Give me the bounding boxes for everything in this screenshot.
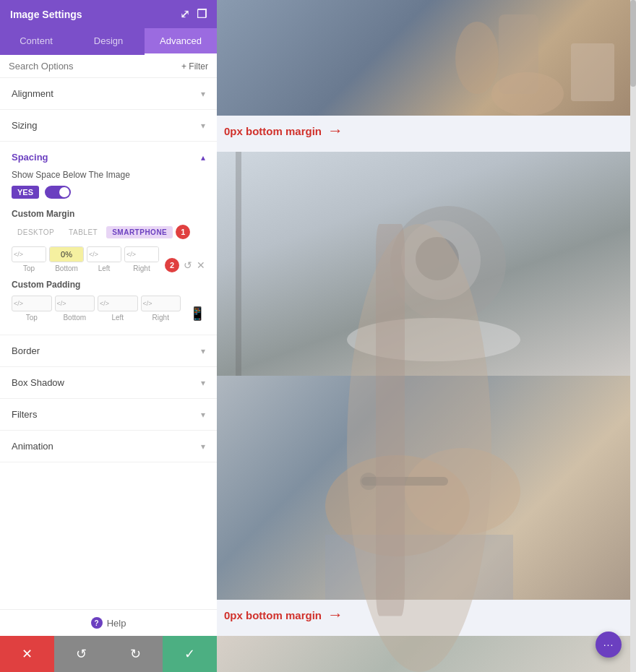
margin-right-wrapper: </> bbox=[124, 246, 159, 262]
padding-left-wrapper: </> bbox=[98, 296, 138, 311]
sizing-arrow: ▾ bbox=[201, 121, 205, 131]
search-bar: + Filter bbox=[0, 55, 217, 78]
link-icon-top: </> bbox=[12, 251, 25, 258]
animation-arrow: ▾ bbox=[201, 441, 205, 452]
cancel-button[interactable]: ✕ bbox=[0, 636, 54, 672]
help-icon: ? bbox=[91, 617, 103, 629]
search-input[interactable] bbox=[9, 61, 176, 72]
toggle-row: YES bbox=[12, 186, 205, 199]
panel-tabs: Content Design Advanced bbox=[0, 28, 217, 55]
link-icon-pad-top: </> bbox=[12, 300, 25, 307]
margin-top-group: </> Top bbox=[12, 246, 46, 272]
margin-bottom-wrapper bbox=[49, 246, 84, 262]
link-icon-pad-right: </> bbox=[142, 300, 154, 307]
padding-left-label: Left bbox=[111, 314, 124, 322]
image-4[interactable] bbox=[217, 636, 636, 672]
padding-right-group: </> Right bbox=[141, 296, 181, 322]
help-row[interactable]: ? Help bbox=[0, 610, 217, 636]
tab-content[interactable]: Content bbox=[0, 28, 72, 55]
margin-left-wrapper: </> bbox=[87, 246, 121, 262]
padding-inputs: </> Top </> Bottom </> bbox=[12, 296, 205, 322]
margin-bottom-input[interactable] bbox=[50, 247, 83, 262]
filters-arrow: ▾ bbox=[201, 410, 205, 420]
minimize-icon[interactable]: ❐ bbox=[197, 7, 207, 21]
scrollbar-track bbox=[630, 0, 636, 672]
padding-left-group: </> Left bbox=[98, 296, 138, 322]
margin-right-group: </> Right bbox=[124, 246, 159, 272]
section-alignment[interactable]: Alignment ▾ bbox=[0, 78, 217, 110]
animation-label: Animation bbox=[12, 441, 53, 452]
margin-right-input[interactable] bbox=[137, 247, 158, 262]
margin-top-wrapper: </> bbox=[12, 246, 46, 262]
help-label: Help bbox=[107, 618, 126, 629]
border-arrow: ▾ bbox=[201, 346, 205, 356]
padding-bottom-label: Bottom bbox=[63, 314, 86, 322]
padding-bottom-group: </> Bottom bbox=[55, 296, 95, 322]
save-button[interactable]: ✓ bbox=[163, 636, 217, 672]
mobile-icon-wrapper: 📱 bbox=[184, 306, 205, 322]
clear-margin-btn[interactable]: ✕ bbox=[197, 259, 205, 271]
badge-2: 2 bbox=[165, 258, 179, 272]
alignment-label: Alignment bbox=[12, 88, 53, 99]
tab-design[interactable]: Design bbox=[72, 28, 145, 55]
padding-right-label: Right bbox=[152, 314, 169, 322]
link-icon-left: </> bbox=[87, 251, 100, 258]
canvas: 0px bottom margin → bbox=[217, 0, 636, 672]
spacing-arrow: ▴ bbox=[201, 152, 205, 163]
padding-top-wrapper: </> bbox=[12, 296, 52, 311]
fullscreen-icon[interactable]: ⤢ bbox=[180, 7, 189, 21]
tab-advanced[interactable]: Advanced bbox=[145, 28, 217, 55]
padding-bottom-wrapper: </> bbox=[55, 296, 95, 311]
panel-title: Image Settings bbox=[10, 9, 82, 20]
fab-button[interactable]: ··· bbox=[596, 632, 622, 658]
device-smartphone[interactable]: SMARTPHONE bbox=[106, 226, 173, 238]
margin-left-input[interactable] bbox=[100, 247, 121, 262]
padding-right-wrapper: </> bbox=[141, 296, 181, 311]
margin-bottom-group: Bottom bbox=[49, 246, 84, 272]
show-space-label: Show Space Below The Image bbox=[12, 170, 205, 180]
scrollbar-thumb[interactable] bbox=[630, 0, 636, 87]
fab-icon: ··· bbox=[603, 639, 614, 650]
device-tabs: DESKTOP TABLET SMARTPHONE 1 bbox=[12, 225, 205, 239]
svg-point-15 bbox=[347, 636, 491, 672]
box-shadow-arrow: ▾ bbox=[201, 378, 205, 388]
spacing-content: Show Space Below The Image YES Custom Ma… bbox=[0, 170, 217, 335]
custom-margin-label: Custom Margin bbox=[12, 209, 205, 219]
section-box-shadow[interactable]: Box Shadow ▾ bbox=[0, 367, 217, 399]
margin-actions: 2 ↺ ✕ bbox=[162, 258, 205, 272]
section-border[interactable]: Border ▾ bbox=[0, 335, 217, 367]
margin-bottom-label: Bottom bbox=[55, 264, 78, 272]
margin-top-input[interactable] bbox=[25, 247, 46, 262]
margin-left-group: </> Left bbox=[87, 246, 121, 272]
filter-label: + Filter bbox=[181, 61, 208, 72]
redo-button[interactable]: ↻ bbox=[108, 636, 163, 672]
padding-bottom-input[interactable] bbox=[68, 296, 94, 311]
panel-footer: ? Help ✕ ↺ ↻ ✓ bbox=[0, 609, 217, 672]
section-sizing[interactable]: Sizing ▾ bbox=[0, 110, 217, 142]
filter-button[interactable]: + Filter bbox=[181, 61, 208, 72]
device-desktop[interactable]: DESKTOP bbox=[12, 226, 60, 238]
spacing-label: Spacing bbox=[12, 152, 48, 163]
alignment-arrow: ▾ bbox=[201, 89, 205, 99]
toggle-switch[interactable] bbox=[45, 186, 71, 199]
toggle-yes-label: YES bbox=[12, 186, 39, 199]
action-bar: ✕ ↺ ↻ ✓ bbox=[0, 636, 217, 672]
margin-inputs: </> Top Bottom bbox=[12, 246, 205, 272]
section-animation[interactable]: Animation ▾ bbox=[0, 431, 217, 462]
reset-margin-btn[interactable]: ↺ bbox=[184, 259, 192, 271]
settings-panel: Image Settings ⤢ ❐ Content Design Advanc… bbox=[0, 0, 217, 672]
padding-top-label: Top bbox=[26, 314, 38, 322]
padding-top-input[interactable] bbox=[25, 296, 51, 311]
padding-left-input[interactable] bbox=[111, 296, 137, 311]
header-icons: ⤢ ❐ bbox=[180, 7, 207, 21]
device-tablet[interactable]: TABLET bbox=[63, 226, 103, 238]
border-label: Border bbox=[12, 345, 40, 356]
padding-right-input[interactable] bbox=[154, 296, 180, 311]
section-filters[interactable]: Filters ▾ bbox=[0, 399, 217, 431]
section-spacing: Spacing ▴ Show Space Below The Image YES… bbox=[0, 142, 217, 335]
badge-1: 1 bbox=[176, 225, 190, 239]
filters-label: Filters bbox=[12, 409, 37, 420]
spacing-header[interactable]: Spacing ▴ bbox=[0, 142, 217, 170]
undo-button[interactable]: ↺ bbox=[54, 636, 108, 672]
canvas-inner: 0px bottom margin → bbox=[217, 0, 636, 672]
